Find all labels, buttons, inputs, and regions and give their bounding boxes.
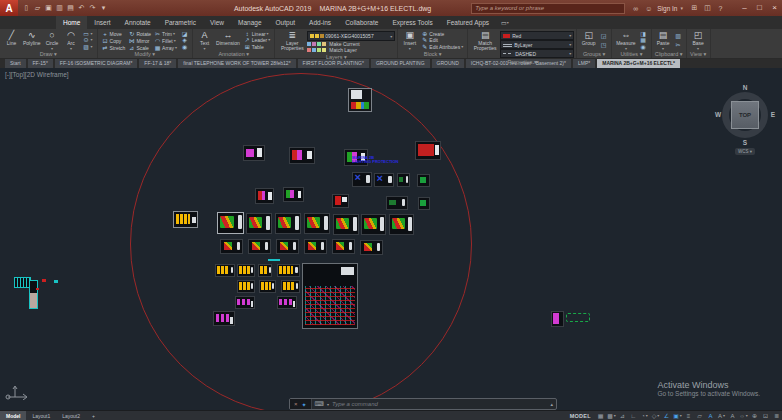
panel-footer-draw[interactable]: Draw ▾: [0, 51, 97, 58]
viewport-controls[interactable]: [-][Top][2D Wireframe]: [5, 71, 69, 78]
table-button[interactable]: ⊞Table: [244, 44, 271, 50]
drawing-dot[interactable]: [268, 259, 280, 261]
layer-tool-icon[interactable]: [312, 42, 316, 46]
ribbon-display-toggle-icon[interactable]: ▭▾: [496, 16, 514, 29]
drawing-block[interactable]: [417, 174, 430, 187]
viewcube-west[interactable]: W: [715, 111, 721, 118]
ribbon-tab-home[interactable]: Home: [56, 16, 87, 29]
layout-tab-[interactable]: +: [86, 411, 101, 420]
drawing-block[interactable]: [243, 145, 265, 161]
panel-footer-utilities[interactable]: Utilities ▾: [612, 51, 650, 58]
viewcube-south[interactable]: S: [714, 139, 776, 146]
drawing-block[interactable]: [246, 213, 272, 234]
linetype-dropdown[interactable]: DASHED▾: [500, 49, 574, 58]
viewcube-top-face[interactable]: TOP: [731, 101, 759, 129]
drawing-block[interactable]: [389, 214, 414, 235]
ribbon-tab-parametric[interactable]: Parametric: [158, 16, 203, 29]
ortho-mode-icon[interactable]: ∟: [628, 413, 639, 419]
cut-button[interactable]: ✂: [675, 42, 682, 48]
drawing-block[interactable]: [304, 239, 327, 254]
layer-tool-icon[interactable]: [307, 42, 311, 46]
hardware-acceleration-icon[interactable]: ⊡: [760, 412, 771, 419]
drawing-block[interactable]: [220, 239, 243, 254]
match-properties-button[interactable]: ▤Match Properties: [470, 30, 500, 59]
layer-tool-icon[interactable]: [322, 48, 326, 52]
offset-button[interactable]: ◉: [181, 44, 188, 50]
move-button[interactable]: +Move: [102, 30, 126, 37]
minimize-icon[interactable]: –: [737, 0, 752, 16]
drawing-block[interactable]: [289, 147, 315, 164]
drawing-block[interactable]: [277, 296, 297, 309]
lineweight-dropdown[interactable]: ByLayer▾: [500, 40, 574, 49]
panel-footer-groups[interactable]: Groups ▾: [577, 51, 611, 58]
object-isolate-icon[interactable]: ⊕: [749, 412, 760, 419]
edit-button[interactable]: ✎Edit: [421, 37, 463, 43]
id-point-button[interactable]: ◉: [640, 44, 647, 50]
file-tab-ff-16-isosmetric-diagram[interactable]: FF-16 ISOSMETRIC DIAGRAM*: [55, 58, 138, 68]
ribbon-tab-express-tools[interactable]: Express Tools: [385, 16, 439, 29]
undo-icon[interactable]: ↶: [76, 0, 87, 16]
selection-cycling-icon[interactable]: ▱: [694, 412, 705, 419]
file-tab-ff-15[interactable]: FF-15*: [28, 58, 53, 68]
command-line[interactable]: × ✦ ⌨ ▾ Type a command ▴: [289, 398, 557, 410]
drawing-block[interactable]: [361, 214, 386, 235]
ribbon-tab-insert[interactable]: Insert: [87, 16, 117, 29]
redo-icon[interactable]: ↷: [87, 0, 98, 16]
drawing-block[interactable]: [352, 172, 372, 187]
help-icon[interactable]: ?: [714, 5, 727, 12]
drawing-block[interactable]: [217, 212, 244, 234]
qat-customize-icon[interactable]: ▾: [98, 0, 109, 16]
drawing-block[interactable]: [302, 263, 358, 329]
layer-dropdown[interactable]: 09061-XEG40015057▾: [307, 31, 395, 41]
fillet-button[interactable]: ◠Fillet▾: [154, 37, 177, 44]
save-as-icon[interactable]: ▥: [54, 0, 65, 16]
drawing-block[interactable]: [215, 264, 235, 277]
viewcube-east[interactable]: E: [771, 111, 775, 118]
isometric-drafting-icon[interactable]: ◇▾: [650, 412, 661, 419]
command-input[interactable]: Type a command: [332, 401, 378, 407]
panel-footer-clipboard[interactable]: Clipboard ▾: [652, 51, 686, 58]
arc-button[interactable]: ◠Arc▾: [62, 30, 81, 51]
drawing-block[interactable]: [235, 296, 255, 309]
snap-mode-icon[interactable]: ▩▾: [606, 412, 617, 419]
object-color-dropdown[interactable]: Red▾: [500, 31, 574, 40]
file-tab-start[interactable]: Start: [5, 58, 26, 68]
linear-button[interactable]: ↕Linear▾: [244, 31, 271, 37]
panel-footer-modify[interactable]: Modify ▾: [98, 51, 193, 58]
ungroup-button[interactable]: ◲: [600, 33, 607, 39]
drawing-block[interactable]: [248, 239, 271, 254]
save-icon[interactable]: ▣: [43, 0, 54, 16]
drawing-block[interactable]: [259, 280, 276, 293]
app-menu-button[interactable]: A: [0, 0, 18, 16]
drawing-block[interactable]: [213, 311, 235, 326]
measure-button[interactable]: ⇔Measure▾: [614, 30, 637, 51]
paste-button[interactable]: ▤Paste▾: [654, 30, 673, 51]
line-button[interactable]: ╱Line: [2, 30, 21, 51]
close-icon[interactable]: ×: [767, 0, 782, 16]
layout-tab-layout2[interactable]: Layout2: [56, 411, 86, 420]
text-button[interactable]: AText▾: [195, 30, 214, 51]
explode-button[interactable]: ◈: [181, 37, 188, 43]
drawing-block[interactable]: [397, 173, 410, 187]
mirror-button[interactable]: ⋈Mirror: [128, 37, 151, 44]
rectangle-button[interactable]: ▭▾: [83, 31, 93, 37]
wrench-icon[interactable]: ✦: [302, 401, 307, 408]
new-file-icon[interactable]: ▯: [21, 0, 32, 16]
drawing-block[interactable]: [360, 240, 383, 255]
autoscale-icon[interactable]: A▾: [716, 413, 727, 419]
scale-button[interactable]: ⊿Scale: [128, 44, 151, 51]
file-tab-ff-17-18[interactable]: FF-17 & 18*: [139, 58, 176, 68]
drawing-block[interactable]: [283, 187, 304, 202]
close-icon[interactable]: ×: [294, 401, 298, 407]
layout-tab-layout1[interactable]: Layout1: [26, 411, 56, 420]
drawing-block[interactable]: [304, 213, 330, 234]
drawing-block[interactable]: [551, 311, 564, 327]
drawing-block[interactable]: [275, 213, 301, 234]
drawing-canvas[interactable]: [-][Top][2D Wireframe] MARINA 2B LIGHTIN…: [0, 68, 782, 411]
command-options-caret-icon[interactable]: ▾: [327, 402, 329, 407]
drawing-block[interactable]: [237, 280, 255, 293]
open-file-icon[interactable]: ▱: [32, 0, 43, 16]
plot-icon[interactable]: ▤: [65, 0, 76, 16]
file-tab-ground[interactable]: GROUND: [432, 58, 464, 68]
apps-icon[interactable]: ◫: [701, 4, 714, 12]
